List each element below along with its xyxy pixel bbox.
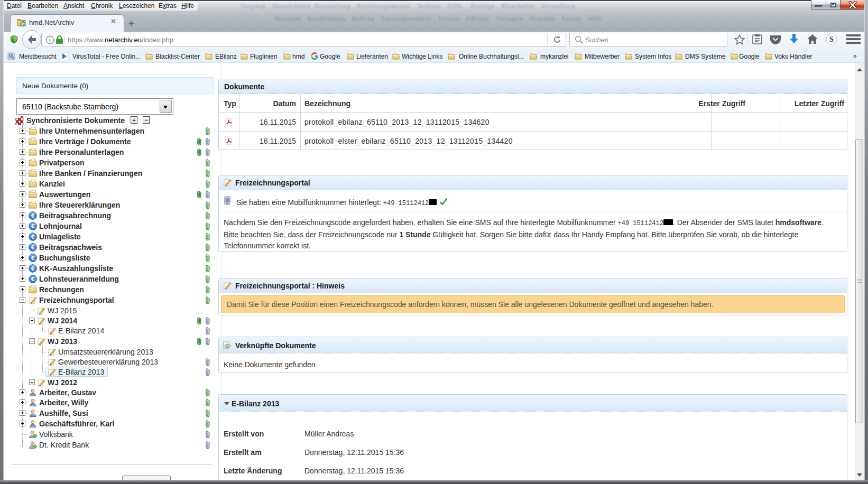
svg-text:S: S (829, 35, 834, 43)
